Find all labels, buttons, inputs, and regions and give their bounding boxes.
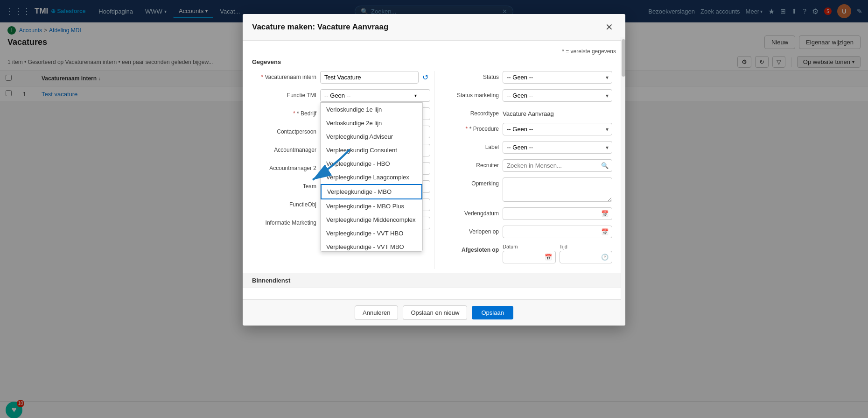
modal-overlay: Vacature maken: Vacature Aanvraag ✕ * = … xyxy=(0,0,868,418)
datum-input[interactable] xyxy=(503,251,556,263)
accountmanager-label: Accountmanager xyxy=(256,144,316,153)
required-note: * = vereiste gegevens xyxy=(252,48,616,55)
dropdown-item-8[interactable]: Verpleegkundige - MBO Plus xyxy=(321,199,422,213)
status-marketing-label: Status marketing xyxy=(438,89,499,99)
dropdown-item-10[interactable]: Verpleegkundige - VVT HBO xyxy=(321,227,422,240)
tijd-clock-icon[interactable]: 🕐 xyxy=(601,254,609,261)
vacaturenaam-reset-btn[interactable]: ↺ xyxy=(420,73,430,82)
modal-scrollbar[interactable] xyxy=(621,37,625,326)
dropdown-item-2[interactable]: Verloskundige 2e lijn xyxy=(321,116,422,130)
vacaturenaam-field-wrapper: ↺ xyxy=(320,71,430,84)
status-marketing-select-wrapper: -- Geen -- ▾ xyxy=(503,89,612,102)
label-row: Label -- Geen -- ▾ xyxy=(438,141,612,154)
modal-scrollbar-thumb xyxy=(622,39,625,77)
recruiter-input[interactable] xyxy=(503,159,612,172)
functie-tmi-chevron-icon: ▾ xyxy=(414,93,417,98)
recruiter-label: Recruiter xyxy=(438,159,499,169)
vacaturenaam-input[interactable] xyxy=(320,71,419,84)
accountmanager2-label: Accountmanager 2 xyxy=(256,162,316,171)
procedure-select-wrapper: -- Geen -- ▾ xyxy=(503,123,612,135)
modal-footer: Annuleren Opslaan en nieuw Opslaan xyxy=(243,299,625,326)
label-select-wrapper: -- Geen -- ▾ xyxy=(503,141,612,154)
dropdown-item-7[interactable]: Verpleegkundige - MBO xyxy=(321,184,422,199)
verlopen-op-label: Verlopen op xyxy=(438,226,499,235)
functie-tmi-row: Functie TMI -- Geen -- ▾ Verloskundige 1… xyxy=(256,89,430,102)
afgesloten-tijd-wrapper: Tijd 🕐 xyxy=(560,244,613,263)
functie-tmi-label: Functie TMI xyxy=(256,89,316,99)
status-label: Status xyxy=(438,71,499,80)
save-button[interactable]: Opslaan xyxy=(472,306,513,319)
status-select[interactable]: -- Geen -- xyxy=(503,71,612,84)
functie-tmi-dropdown-wrapper: -- Geen -- ▾ Verloskundige 1e lijn Verlo… xyxy=(320,89,430,102)
modal-body: * = vereiste gegevens Gegevens Vacaturen… xyxy=(243,41,625,299)
save-new-button[interactable]: Opslaan en nieuw xyxy=(403,305,467,320)
verlengdatum-date-wrapper: 📅 xyxy=(503,207,612,220)
dropdown-item-1[interactable]: Verloskundige 1e lijn xyxy=(321,103,422,116)
functieobj-label: FunctieObj xyxy=(256,198,316,208)
status-marketing-row: Status marketing -- Geen -- ▾ xyxy=(438,89,612,102)
status-marketing-select[interactable]: -- Geen -- xyxy=(503,89,612,102)
opmerking-textarea[interactable] xyxy=(503,177,612,202)
recruiter-row: Recruiter 🔍 xyxy=(438,159,612,172)
form-grid: Vacaturenaam intern ↺ Functie TMI -- Gee… xyxy=(252,71,616,269)
dropdown-item-4[interactable]: Verpleegkundig Consulent xyxy=(321,143,422,157)
verlopen-op-row: Verlopen op 📅 xyxy=(438,226,612,238)
procedure-row: * Procedure -- Geen -- ▾ xyxy=(438,123,612,135)
bedrijf-label: * Bedrijf xyxy=(256,107,316,117)
modal-title: Vacature maken: Vacature Aanvraag xyxy=(252,22,388,32)
label-select[interactable]: -- Geen -- xyxy=(503,141,612,154)
vacature-modal: Vacature maken: Vacature Aanvraag ✕ * = … xyxy=(243,14,625,326)
status-select-wrapper: -- Geen -- ▾ xyxy=(503,71,612,84)
recordtype-row: Recordtype Vacature Aanvraag xyxy=(438,107,612,117)
informatie-marketing-label: Informatie Marketing xyxy=(256,217,316,226)
tijd-sub-label: Tijd xyxy=(560,244,613,249)
functie-tmi-trigger[interactable]: -- Geen -- ▾ xyxy=(320,89,430,102)
contactpersoon-label: Contactpersoon xyxy=(256,126,316,135)
vacaturenaam-row: Vacaturenaam intern ↺ xyxy=(256,71,430,84)
modal-close-button[interactable]: ✕ xyxy=(602,21,616,34)
recruiter-search-wrapper: 🔍 xyxy=(503,159,612,172)
afgesloten-op-row: Afgesloten op Datum 📅 Tijd xyxy=(438,244,612,263)
dropdown-item-11[interactable]: Verpleegkundige - VVT MBO xyxy=(321,240,422,252)
opmerking-row: Opmerking xyxy=(438,177,612,202)
procedure-select[interactable]: -- Geen -- xyxy=(503,123,612,135)
datum-sub-label: Datum xyxy=(503,244,556,249)
modal-header: Vacature maken: Vacature Aanvraag ✕ xyxy=(243,14,625,41)
form-right-col: Status -- Geen -- ▾ Status marketing xyxy=(434,71,616,269)
afgesloten-op-fields: Datum 📅 Tijd 🕐 xyxy=(503,244,612,263)
opmerking-label: Opmerking xyxy=(438,177,499,187)
team-label: Team xyxy=(256,180,316,190)
section-gegevens-label: Gegevens xyxy=(252,58,616,65)
binnendienst-section-container: Binnendienst xyxy=(243,273,625,288)
recordtype-value: Vacature Aanvraag xyxy=(503,107,554,117)
cancel-button[interactable]: Annuleren xyxy=(355,305,398,320)
verlopen-op-date-wrapper: 📅 xyxy=(503,226,612,238)
recordtype-label: Recordtype xyxy=(438,107,499,117)
dropdown-item-9[interactable]: Verpleegkundige Middencomplex xyxy=(321,213,422,227)
functie-tmi-dropdown-list: Verloskundige 1e lijn Verloskundige 2e l… xyxy=(320,102,423,252)
status-row: Status -- Geen -- ▾ xyxy=(438,71,612,84)
dropdown-item-3[interactable]: Verpleegkundig Adviseur xyxy=(321,130,422,143)
functie-tmi-value: -- Geen -- xyxy=(324,92,350,99)
label-label: Label xyxy=(438,141,499,150)
tijd-time-wrapper: 🕐 xyxy=(560,251,613,263)
datum-date-wrapper: 📅 xyxy=(503,251,556,263)
procedure-label: * Procedure xyxy=(438,123,499,132)
verlengdatum-input[interactable] xyxy=(503,207,612,220)
afgesloten-op-label: Afgesloten op xyxy=(438,244,499,253)
afgesloten-datum-wrapper: Datum 📅 xyxy=(503,244,556,263)
form-left-col: Vacaturenaam intern ↺ Functie TMI -- Gee… xyxy=(252,71,434,269)
verlengdatum-label: Verlengdatum xyxy=(438,207,499,217)
dropdown-item-5[interactable]: Verpleegkundige - HBO xyxy=(321,157,422,170)
binnendienst-section-label: Binnendienst xyxy=(243,273,625,288)
dropdown-item-6[interactable]: Verpleegkundige Laagcomplex xyxy=(321,170,422,184)
vacaturenaam-label: Vacaturenaam intern xyxy=(256,71,316,80)
verlopen-op-input[interactable] xyxy=(503,226,612,238)
verlengdatum-row: Verlengdatum 📅 xyxy=(438,207,612,220)
